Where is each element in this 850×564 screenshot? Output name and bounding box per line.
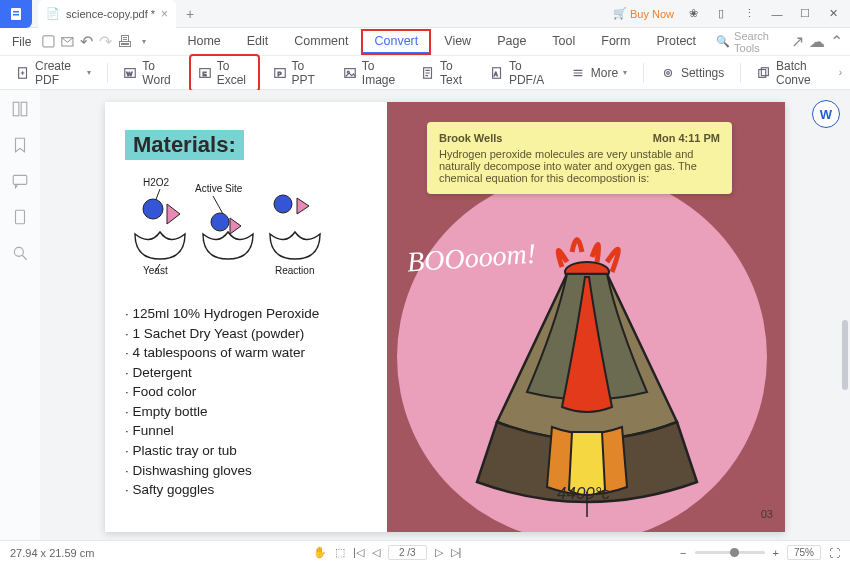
search-tools[interactable]: 🔍 Search Tools [716, 30, 776, 54]
ppt-icon: P [273, 65, 287, 81]
svg-point-17 [664, 69, 671, 76]
tab-comment[interactable]: Comment [282, 30, 360, 54]
to-word-button[interactable]: W To Word [115, 55, 183, 91]
document-tab[interactable]: 📄 science-copy.pdf * × [38, 0, 176, 28]
hand-tool-icon[interactable]: ✋ [313, 546, 327, 559]
kebab-menu-icon[interactable]: ⋮ [740, 5, 758, 23]
thumbnails-icon[interactable] [11, 100, 29, 118]
svg-point-28 [211, 213, 229, 231]
tab-edit[interactable]: Edit [235, 30, 281, 54]
fit-page-icon[interactable]: ⛶ [829, 547, 840, 559]
statusbar: 27.94 x 21.59 cm ✋ ⬚ |◁ ◁ 2 /3 ▷ ▷| − + … [0, 540, 850, 564]
overflow-chevron-icon[interactable]: › [839, 67, 842, 78]
zoom-percent[interactable]: 75% [787, 545, 821, 560]
pdf-icon: 📄 [46, 7, 60, 20]
titlebar: 📄 science-copy.pdf * × + 🛒 Buy Now ❀ ▯ ⋮… [0, 0, 850, 28]
maximize-button[interactable]: ☐ [796, 5, 814, 23]
next-page-icon[interactable]: ▷ [435, 546, 443, 559]
svg-rect-1 [13, 11, 19, 13]
save-icon[interactable] [41, 32, 56, 52]
tab-page[interactable]: Page [485, 30, 538, 54]
zoom-slider[interactable] [695, 551, 765, 554]
temperature-label: 4400°c [557, 484, 610, 504]
print-icon[interactable]: 🖶 [117, 32, 133, 52]
svg-point-18 [667, 71, 670, 74]
more-button[interactable]: More ▾ [562, 61, 635, 85]
chevron-down-icon[interactable]: ▾ [137, 32, 152, 52]
svg-text:A: A [494, 70, 498, 76]
zoom-in-icon[interactable]: + [773, 547, 779, 559]
settings-button[interactable]: Settings [652, 61, 732, 85]
app-logo[interactable] [0, 0, 32, 28]
svg-text:Reaction: Reaction [275, 265, 314, 276]
undo-icon[interactable]: ↶ [79, 32, 94, 52]
svg-text:Active Site: Active Site [195, 183, 243, 194]
last-page-icon[interactable]: ▷| [451, 546, 462, 559]
svg-rect-23 [13, 175, 27, 184]
label-h2o2: H2O2 [143, 177, 170, 188]
note-author: Brook Wells [439, 132, 502, 144]
word-export-badge[interactable]: W [812, 100, 840, 128]
sticky-note[interactable]: Brook Wells Mon 4:11 PM Hydrogen peroxid… [427, 122, 732, 194]
tab-close-icon[interactable]: × [161, 7, 168, 21]
file-menu[interactable]: File [6, 33, 37, 51]
tab-protect[interactable]: Protect [644, 30, 708, 54]
to-pdfa-button[interactable]: A To PDF/A [482, 55, 556, 91]
word-icon: W [123, 65, 137, 81]
plus-doc-icon [16, 65, 30, 81]
mail-icon[interactable] [60, 32, 75, 52]
to-ppt-button[interactable]: P To PPT [265, 55, 329, 91]
select-tool-icon[interactable]: ⬚ [335, 546, 345, 559]
to-text-button[interactable]: To Text [413, 55, 476, 91]
document-canvas[interactable]: W Materials: H2O2 Active Site [40, 90, 850, 540]
redo-icon[interactable]: ↷ [98, 32, 113, 52]
page-number: 03 [761, 508, 773, 520]
first-page-icon[interactable]: |◁ [353, 546, 364, 559]
svg-rect-3 [43, 36, 54, 47]
vertical-scrollbar[interactable] [842, 320, 848, 390]
user-icon[interactable]: ▯ [712, 5, 730, 23]
pdfa-icon: A [490, 65, 504, 81]
enzyme-diagram: H2O2 Active Site Yeast [125, 174, 365, 284]
batch-icon [757, 65, 771, 81]
list-item: Dishwashing gloves [125, 461, 365, 481]
minimize-button[interactable]: — [768, 5, 786, 23]
page-dimensions: 27.94 x 21.59 cm [10, 547, 94, 559]
list-item: 4 tablespoons of warm water [125, 343, 365, 363]
share-icon[interactable]: ↗ [790, 32, 805, 52]
list-item: Detergent [125, 363, 365, 383]
prev-page-icon[interactable]: ◁ [372, 546, 380, 559]
attachment-icon[interactable] [11, 208, 29, 226]
close-button[interactable]: ✕ [824, 5, 842, 23]
bookmark-icon[interactable] [11, 136, 29, 154]
list-item: 1 Sachet Dry Yeast (powder) [125, 324, 365, 344]
list-item: Food color [125, 382, 365, 402]
chevron-down-icon: ▾ [87, 68, 91, 77]
tab-form[interactable]: Form [589, 30, 642, 54]
list-item: Plastic tray or tub [125, 441, 365, 461]
buy-now-link[interactable]: 🛒 Buy Now [613, 7, 674, 20]
page-indicator[interactable]: 2 /3 [388, 545, 427, 560]
search-rail-icon[interactable] [11, 244, 29, 262]
tab-convert[interactable]: Convert [362, 30, 430, 54]
batch-convert-button[interactable]: Batch Conve [749, 55, 837, 91]
svg-text:P: P [277, 69, 281, 76]
list-item: Safty goggles [125, 480, 365, 500]
to-excel-button[interactable]: E To Excel [190, 55, 259, 91]
comment-icon[interactable] [11, 172, 29, 190]
notification-icon[interactable]: ❀ [684, 5, 702, 23]
zoom-out-icon[interactable]: − [680, 547, 686, 559]
collapse-icon[interactable]: ⌃ [829, 32, 844, 52]
to-image-button[interactable]: To Image [335, 55, 407, 91]
chevron-down-icon: ▾ [623, 68, 627, 77]
svg-rect-21 [13, 102, 19, 116]
tab-home[interactable]: Home [175, 30, 232, 54]
create-pdf-button[interactable]: Create PDF ▾ [8, 55, 99, 91]
new-tab-button[interactable]: + [182, 6, 198, 22]
tab-tool[interactable]: Tool [540, 30, 587, 54]
tab-view[interactable]: View [432, 30, 483, 54]
left-rail [0, 90, 40, 540]
svg-text:E: E [202, 69, 206, 76]
cloud-icon[interactable]: ☁ [809, 32, 825, 52]
text-icon [421, 65, 435, 81]
